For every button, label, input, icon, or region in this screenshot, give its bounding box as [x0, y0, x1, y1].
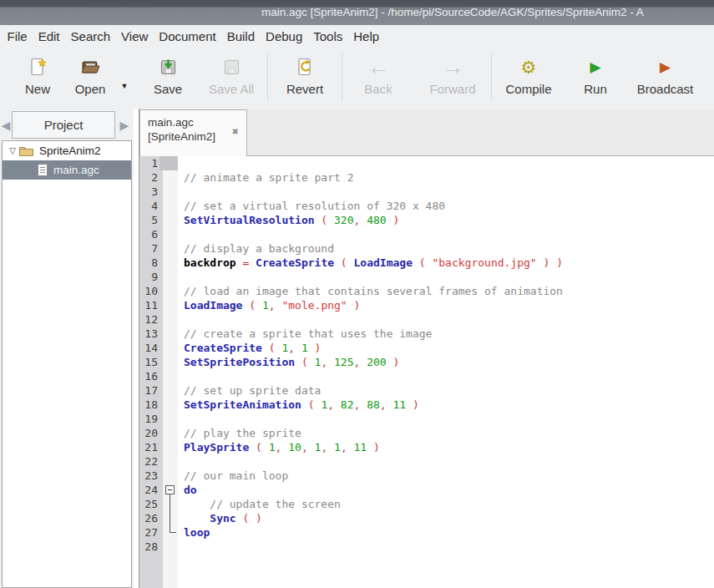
- line-number: 26: [139, 511, 163, 525]
- line-number: 25: [139, 497, 163, 511]
- token-fn: SetSpritePosition: [184, 356, 295, 368]
- code-line-25: // update the screen: [178, 497, 714, 511]
- compile-button[interactable]: ⚙Compile: [492, 48, 565, 109]
- token-op: ( ): [236, 512, 262, 525]
- code-editor[interactable]: 1234567891011121314151617181920212223242…: [139, 156, 714, 588]
- token-fn: LoadImage: [184, 299, 242, 312]
- code-line-28: [178, 540, 714, 554]
- sidebar-tabstrip: ◀ Project ▶: [0, 109, 134, 140]
- expander-open-icon[interactable]: ▽: [7, 146, 18, 155]
- revert-icon: [295, 54, 315, 79]
- fold-line: [170, 494, 170, 532]
- new-label: New: [25, 82, 50, 96]
- open-folder-icon: [79, 54, 101, 79]
- menu-item-document[interactable]: Document: [154, 25, 221, 48]
- open-dropdown-icon[interactable]: ▼: [117, 48, 132, 109]
- token-op: ): [308, 342, 322, 354]
- folder-icon: [18, 144, 34, 157]
- code-line-3: [178, 185, 714, 199]
- token-num: 480: [367, 214, 386, 226]
- run-button[interactable]: ▶Run: [565, 48, 625, 109]
- token-cm: // play the sprite: [184, 427, 301, 439]
- menu-item-build[interactable]: Build: [221, 25, 260, 48]
- revert-button[interactable]: Revert: [268, 48, 342, 109]
- editor-tab-main-agc[interactable]: main.agc [SpriteAnim2] ✖: [139, 109, 247, 156]
- tab-scroll-left-icon[interactable]: ◀: [0, 115, 12, 135]
- token-fn: PlaySprite: [184, 441, 249, 454]
- tree-item-label: SpriteAnim2: [39, 144, 101, 157]
- close-icon[interactable]: ✖: [232, 127, 239, 136]
- line-number: 8: [139, 256, 163, 270]
- menu-item-file[interactable]: File: [2, 25, 33, 48]
- forward-arrow-icon: →: [442, 54, 464, 79]
- menu-item-help[interactable]: Help: [348, 25, 385, 48]
- menu-item-search[interactable]: Search: [65, 25, 116, 48]
- token-op: ,: [341, 441, 354, 454]
- token-cm: // animate a sprite part 2: [184, 171, 354, 184]
- token-op: ): [347, 299, 361, 312]
- revert-label: Revert: [286, 82, 323, 96]
- tab-project[interactable]: Project: [12, 111, 115, 139]
- token-num: 125: [334, 356, 353, 368]
- token-op: ,: [354, 214, 367, 226]
- token-num: 82: [341, 398, 354, 411]
- line-number: 10: [139, 284, 163, 298]
- code-line-7: // display a background: [178, 241, 714, 256]
- token-op: ,: [288, 342, 301, 354]
- menu-item-tools[interactable]: Tools: [308, 25, 348, 48]
- token-num: 11: [392, 398, 406, 411]
- code-line-5: SetVirtualResolution ( 320, 480 ): [178, 213, 714, 227]
- token-num: 1: [301, 342, 308, 354]
- token-op: ,: [321, 356, 334, 368]
- line-number: 6: [139, 227, 163, 241]
- tree-item-spriteanim2[interactable]: ▽SpriteAnim2: [3, 141, 131, 160]
- save-icon: [159, 54, 178, 79]
- code-line-8: backdrop = CreateSprite ( LoadImage ( "b…: [178, 256, 714, 270]
- broadcast-button[interactable]: ▶Broadcast: [625, 48, 705, 109]
- token-op: (: [242, 299, 261, 312]
- code-line-6: [178, 227, 714, 241]
- code-line-20: // play the sprite: [178, 426, 714, 440]
- menu-item-debug[interactable]: Debug: [261, 25, 308, 48]
- save-all-button: Save All: [195, 48, 267, 109]
- new-button[interactable]: New: [12, 48, 63, 109]
- token-fn: LoadImage: [354, 256, 413, 269]
- code-line-1: [178, 156, 714, 170]
- line-number: 22: [139, 454, 163, 469]
- token-op: (: [262, 342, 281, 354]
- tab-scroll-right-icon[interactable]: ▶: [119, 115, 130, 135]
- token-id: backdrop: [184, 256, 236, 269]
- token-op: ,: [321, 441, 334, 454]
- open-button[interactable]: Open: [63, 48, 117, 109]
- line-number: 17: [139, 383, 163, 398]
- code-text-area[interactable]: // animate a sprite part 2// set a virtu…: [178, 156, 714, 554]
- tree-item-main-agc[interactable]: main.agc: [3, 160, 131, 180]
- line-number: 23: [139, 469, 163, 483]
- code-line-19: [178, 412, 714, 426]
- save-button[interactable]: Save: [140, 48, 195, 109]
- code-line-15: SetSpritePosition ( 1, 125, 200 ): [178, 355, 714, 369]
- project-tree: ▽SpriteAnim2main.agc: [2, 140, 132, 588]
- token-num: 1: [262, 299, 269, 312]
- line-number: 27: [139, 525, 163, 540]
- line-number: 3: [139, 185, 163, 199]
- line-number: 20: [139, 426, 163, 440]
- token-op: ): [406, 398, 419, 411]
- token-op: ): [387, 214, 400, 226]
- menu-item-edit[interactable]: Edit: [33, 25, 65, 48]
- token-op: ,: [269, 299, 282, 312]
- code-line-22: [178, 454, 714, 469]
- token-str: "mole.png": [281, 299, 347, 312]
- menu-item-view[interactable]: View: [116, 25, 154, 48]
- save-all-label: Save All: [209, 82, 254, 96]
- line-number: 18: [139, 398, 163, 412]
- token-cm: // set up sprite data: [184, 384, 321, 397]
- code-line-18: SetSpriteAnimation ( 1, 82, 88, 11 ): [178, 398, 714, 412]
- fold-collapse-icon[interactable]: [165, 485, 175, 494]
- line-number: 12: [139, 312, 163, 327]
- code-line-23: // our main loop: [178, 469, 714, 483]
- editor-tabstrip-empty: [247, 109, 714, 156]
- line-number: 7: [139, 241, 163, 256]
- open-label: Open: [75, 82, 106, 96]
- broadcast-icon: ▶: [660, 54, 671, 79]
